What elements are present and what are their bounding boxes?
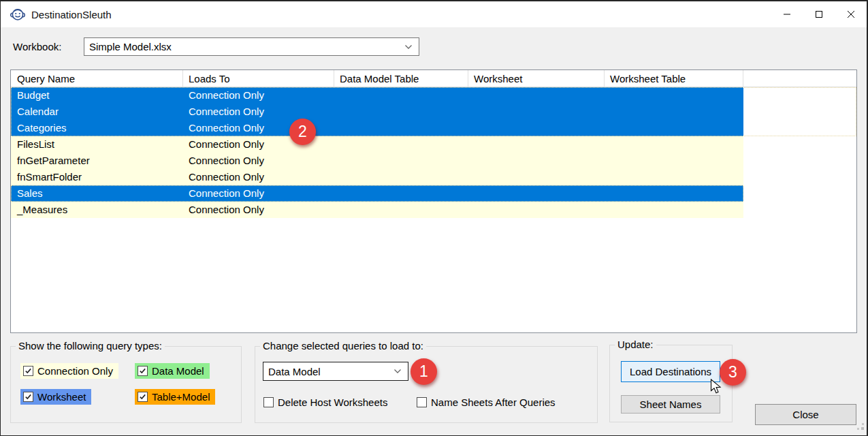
cell-worksheet-table: [605, 153, 743, 169]
checkbox-label: Delete Host Worksheets: [278, 396, 387, 408]
cell-worksheet: [468, 120, 605, 136]
cell-data-model-table: [334, 120, 468, 136]
cell-query-name: _Measures: [11, 202, 183, 218]
close-icon: [847, 10, 855, 18]
filter-connection-only[interactable]: Connection Only: [20, 363, 118, 379]
cell-data-model-table: [334, 153, 468, 169]
cell-loads-to: Connection Only: [183, 202, 334, 218]
title-bar: DestinationSleuth: [1, 1, 867, 27]
app-window: DestinationSleuth Workbook: Simple Model…: [0, 0, 868, 436]
cell-data-model-table: [334, 87, 468, 104]
minimize-button[interactable]: [771, 1, 803, 27]
selected-row-block: Budget Connection Only Calendar Connecti…: [11, 87, 856, 136]
annotation-badge-1: 1: [411, 358, 437, 385]
filter-label: Connection Only: [37, 365, 113, 377]
cell-query-name: Budget: [11, 87, 183, 104]
filter-label: Table+Model: [152, 391, 210, 403]
table-row[interactable]: Sales Connection Only: [11, 185, 743, 202]
annotation-badge-2: 2: [289, 119, 316, 145]
checkbox-label: Name Sheets After Queries: [431, 396, 556, 408]
table-row[interactable]: Calendar Connection Only: [11, 104, 743, 120]
cell-data-model-table: [334, 202, 468, 218]
workbook-dropdown-value: Simple Model.xlsx: [89, 41, 172, 52]
checkbox-unchecked-icon: [263, 397, 274, 407]
cell-worksheet-table: [605, 120, 743, 136]
checkbox-checked-icon: [23, 392, 33, 402]
cell-worksheet-table: [605, 202, 743, 218]
cell-worksheet: [468, 169, 605, 185]
load-to-dropdown-value: Data Model: [268, 366, 321, 377]
name-sheets-after-queries-checkbox[interactable]: Name Sheets After Queries: [417, 394, 561, 410]
update-legend: Update:: [615, 339, 656, 350]
change-load-to-legend: Change selected queries to load to:: [260, 340, 426, 352]
table-row[interactable]: fnSmartFolder Connection Only: [11, 169, 743, 185]
chevron-down-icon: [393, 369, 402, 374]
table-row[interactable]: FilesList Connection Only: [11, 136, 743, 153]
column-header-data-model-table[interactable]: Data Model Table: [334, 70, 468, 87]
close-button[interactable]: Close: [755, 404, 856, 425]
table-row[interactable]: Budget Connection Only: [11, 87, 743, 104]
cell-loads-to: Connection Only: [183, 153, 334, 169]
cell-worksheet: [468, 153, 605, 169]
load-destinations-button[interactable]: Load Destinations: [621, 361, 720, 382]
table-row[interactable]: Categories Connection Only: [11, 120, 743, 136]
cell-query-name: fnGetParameter: [11, 153, 183, 169]
maximize-button[interactable]: [803, 1, 835, 27]
query-types-legend: Show the following query types:: [16, 340, 165, 352]
cell-query-name: fnSmartFolder: [11, 169, 183, 185]
cell-query-name: Categories: [11, 120, 183, 136]
filter-worksheet[interactable]: Worksheet: [20, 389, 91, 405]
cell-worksheet: [468, 104, 605, 120]
table-row[interactable]: _Measures Connection Only: [11, 202, 743, 218]
column-header-worksheet[interactable]: Worksheet: [468, 70, 605, 87]
checkbox-checked-icon: [138, 366, 148, 376]
cell-query-name: FilesList: [11, 136, 183, 153]
cell-query-name: Calendar: [11, 104, 183, 120]
query-list-header: Query Name Loads To Data Model Table Wor…: [11, 70, 856, 87]
cursor-arrow-icon: [710, 379, 724, 398]
cell-worksheet: [468, 87, 605, 104]
filter-label: Worksheet: [37, 391, 86, 403]
table-row[interactable]: fnGetParameter Connection Only: [11, 153, 743, 169]
close-window-button[interactable]: [835, 1, 867, 27]
cell-worksheet-table: [605, 169, 743, 185]
workbook-dropdown[interactable]: Simple Model.xlsx: [84, 37, 419, 56]
cell-worksheet-table: [605, 104, 743, 120]
cell-loads-to: Connection Only: [183, 185, 334, 202]
checkbox-unchecked-icon: [417, 397, 427, 407]
query-types-group: Show the following query types: Connecti…: [10, 346, 242, 423]
sheet-names-button[interactable]: Sheet Names: [621, 395, 720, 414]
cell-data-model-table: [334, 136, 468, 153]
cell-worksheet-table: [605, 185, 743, 202]
filter-data-model[interactable]: Data Model: [135, 363, 210, 379]
cell-worksheet: [468, 202, 605, 218]
resize-grip[interactable]: [855, 421, 865, 433]
column-header-query-name[interactable]: Query Name: [11, 70, 183, 87]
cell-data-model-table: [334, 185, 468, 202]
column-header-loads-to[interactable]: Loads To: [183, 70, 334, 87]
load-to-dropdown[interactable]: Data Model: [263, 362, 408, 381]
window-controls: [771, 1, 867, 27]
window-title: DestinationSleuth: [31, 9, 112, 20]
cell-worksheet-table: [605, 87, 743, 104]
cell-loads-to: Connection Only: [183, 87, 334, 104]
cell-loads-to: Connection Only: [183, 169, 334, 185]
maximize-icon: [815, 10, 823, 18]
cell-worksheet-table: [605, 136, 743, 153]
cell-worksheet: [468, 185, 605, 202]
cell-query-name: Sales: [11, 185, 183, 202]
workbook-label: Workbook:: [13, 41, 61, 52]
chevron-down-icon: [404, 44, 413, 50]
checkbox-checked-icon: [138, 392, 148, 402]
cell-data-model-table: [334, 169, 468, 185]
checkbox-checked-icon: [23, 366, 33, 376]
query-list: Query Name Loads To Data Model Table Wor…: [10, 69, 857, 333]
cell-data-model-table: [334, 104, 468, 120]
minimize-icon: [783, 10, 791, 18]
delete-host-worksheets-checkbox[interactable]: Delete Host Worksheets: [263, 394, 393, 410]
cell-worksheet: [468, 136, 605, 153]
column-header-worksheet-table[interactable]: Worksheet Table: [605, 70, 743, 87]
filter-table-model[interactable]: Table+Model: [135, 389, 215, 405]
filter-label: Data Model: [152, 365, 204, 377]
cell-loads-to: Connection Only: [183, 104, 334, 120]
